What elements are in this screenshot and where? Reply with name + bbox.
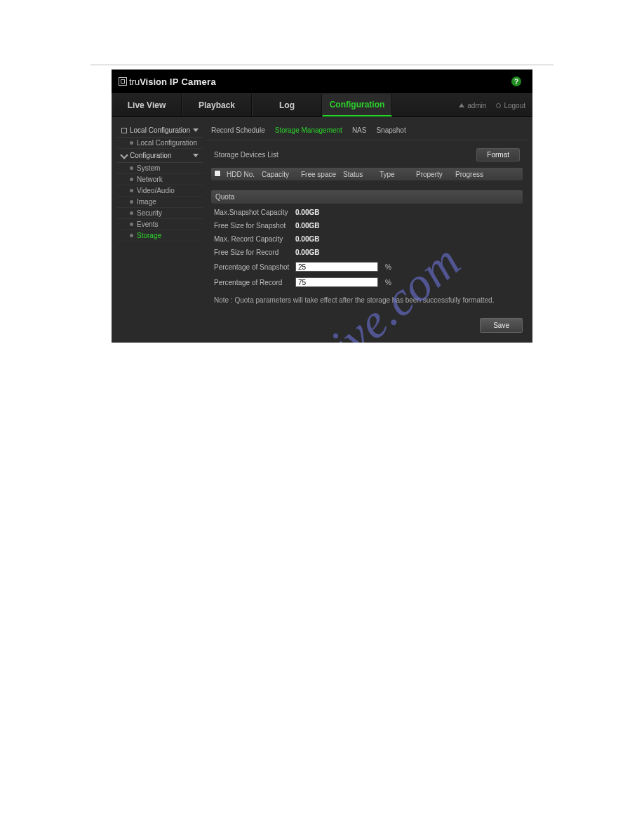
bullet-icon [130, 211, 133, 215]
sidebar-config-header[interactable]: Configuration [117, 149, 203, 163]
sidebar-item-security[interactable]: Security [117, 208, 203, 219]
value-max-record-capacity: 0.00GB [295, 235, 319, 243]
label-max-record-capacity: Max. Record Capacity [214, 235, 290, 243]
tab-storage-management[interactable]: Storage Management [274, 125, 344, 135]
sidebar-item-label: Security [137, 209, 162, 217]
sidebar: Local Configuration Local Configuration … [117, 124, 203, 337]
bullet-icon [130, 223, 133, 226]
storage-devices-title-row: Storage Devices List Format [211, 146, 523, 164]
logo-icon [119, 77, 127, 86]
sidebar-config-label: Configuration [130, 152, 171, 159]
value-free-size-record: 0.00GB [295, 249, 319, 256]
sidebar-item-events[interactable]: Events [117, 219, 203, 230]
tab-snapshot[interactable]: Snapshot [375, 125, 407, 135]
sidebar-item-label: Local Configuration [137, 139, 197, 147]
nav-configuration[interactable]: Configuration [322, 94, 392, 117]
col-capacity: Capacity [262, 171, 297, 178]
logout-label: Logout [504, 102, 525, 110]
save-row: Save [207, 305, 527, 337]
subtabs: Record Schedule Storage Management NAS S… [207, 124, 527, 140]
tab-nas[interactable]: NAS [351, 125, 368, 135]
bullet-icon [130, 189, 133, 192]
main-area: Local Configuration Local Configuration … [112, 117, 532, 343]
value-max-snapshot-capacity: 0.00GB [295, 208, 319, 216]
row-pct-snapshot: Percentage of Snapshot % [211, 261, 523, 272]
storage-devices-title: Storage Devices List [214, 151, 279, 159]
chevron-down-icon [193, 154, 199, 157]
sidebar-item-label: Network [137, 176, 163, 183]
sidebar-item-label: Image [137, 198, 156, 206]
label-free-size-record: Free Size for Record [214, 249, 290, 256]
col-property: Property [416, 171, 451, 178]
row-max-record-capacity: Max. Record Capacity 0.00GB [211, 234, 523, 244]
col-free-space: Free space [301, 171, 339, 178]
label-pct-record: Percentage of Record [214, 279, 290, 286]
select-all-checkbox[interactable] [214, 170, 222, 178]
col-status: Status [343, 171, 375, 178]
logout-icon [496, 103, 501, 108]
col-type: Type [380, 171, 412, 178]
user-name: admin [467, 102, 486, 110]
page-rule [90, 65, 554, 65]
input-pct-snapshot[interactable] [295, 262, 378, 272]
sidebar-item-label: Storage [137, 232, 161, 239]
nav-playback[interactable]: Playback [182, 94, 252, 117]
pct-unit: % [385, 279, 391, 286]
brand-suffix: IP Camera [167, 77, 216, 87]
col-progress: Progress [455, 171, 520, 178]
content-panel: Record Schedule Storage Management NAS S… [207, 124, 527, 337]
save-button[interactable]: Save [480, 318, 523, 333]
user-area: admin Logout [459, 94, 532, 117]
sidebar-local-config-label: Local Configuration [130, 126, 190, 134]
brand-part1: tru [129, 77, 140, 87]
row-free-size-snapshot: Free Size for Snapshot 0.00GB [211, 221, 523, 230]
quota-note: Note : Quota parameters will take effect… [211, 292, 523, 305]
label-max-snapshot-capacity: Max.Snapshot Capacity [214, 208, 290, 216]
sidebar-item-label: Video/Audio [137, 187, 175, 194]
row-max-snapshot-capacity: Max.Snapshot Capacity 0.00GB [211, 208, 523, 217]
row-pct-record: Percentage of Record % [211, 277, 523, 288]
top-nav: Live View Playback Log Configuration adm… [112, 93, 532, 117]
wrench-icon [120, 151, 128, 159]
screen-icon [121, 128, 127, 133]
input-pct-record[interactable] [295, 277, 378, 287]
sidebar-item-storage[interactable]: Storage [117, 230, 203, 241]
label-pct-snapshot: Percentage of Snapshot [214, 263, 290, 271]
sidebar-local-config-header[interactable]: Local Configuration [117, 124, 203, 138]
value-free-size-snapshot: 0.00GB [295, 222, 319, 230]
user-icon [459, 103, 464, 107]
quota-section-title: Quota [211, 190, 523, 204]
sidebar-item-video-audio[interactable]: Video/Audio [117, 185, 203, 197]
bullet-icon [130, 200, 133, 204]
checkbox-icon [214, 170, 221, 177]
brand-text: truVision IP Camera [129, 77, 216, 87]
bullet-icon [130, 178, 133, 181]
current-user[interactable]: admin [459, 102, 486, 110]
tab-record-schedule[interactable]: Record Schedule [210, 125, 267, 135]
pct-unit: % [385, 263, 391, 271]
label-free-size-snapshot: Free Size for Snapshot [214, 222, 290, 230]
bullet-icon [130, 166, 133, 170]
format-button[interactable]: Format [476, 148, 520, 161]
chevron-down-icon [193, 128, 199, 132]
nav-log[interactable]: Log [252, 94, 322, 117]
storage-table-header: HDD No. Capacity Free space Status Type … [211, 168, 523, 180]
brand-part2: Vision [140, 77, 167, 87]
help-icon[interactable]: ? [511, 77, 521, 86]
storage-panel: Storage Devices List Format HDD No. Capa… [207, 146, 527, 305]
sidebar-item-system[interactable]: System [117, 163, 203, 174]
sidebar-item-label: Events [137, 220, 159, 228]
sidebar-item-image[interactable]: Image [117, 197, 203, 208]
bullet-icon [130, 234, 133, 237]
sidebar-item-network[interactable]: Network [117, 174, 203, 185]
row-free-size-record: Free Size for Record 0.00GB [211, 248, 523, 257]
bullet-icon [130, 141, 133, 145]
nav-live-view[interactable]: Live View [112, 94, 182, 117]
sidebar-item-local-configuration[interactable]: Local Configuration [117, 138, 203, 149]
app-frame: truVision IP Camera ? Live View Playback… [112, 70, 532, 343]
sidebar-item-label: System [137, 164, 160, 172]
app-header: truVision IP Camera ? [112, 70, 532, 93]
logout-link[interactable]: Logout [496, 102, 525, 110]
col-hdd-no: HDD No. [227, 171, 257, 178]
